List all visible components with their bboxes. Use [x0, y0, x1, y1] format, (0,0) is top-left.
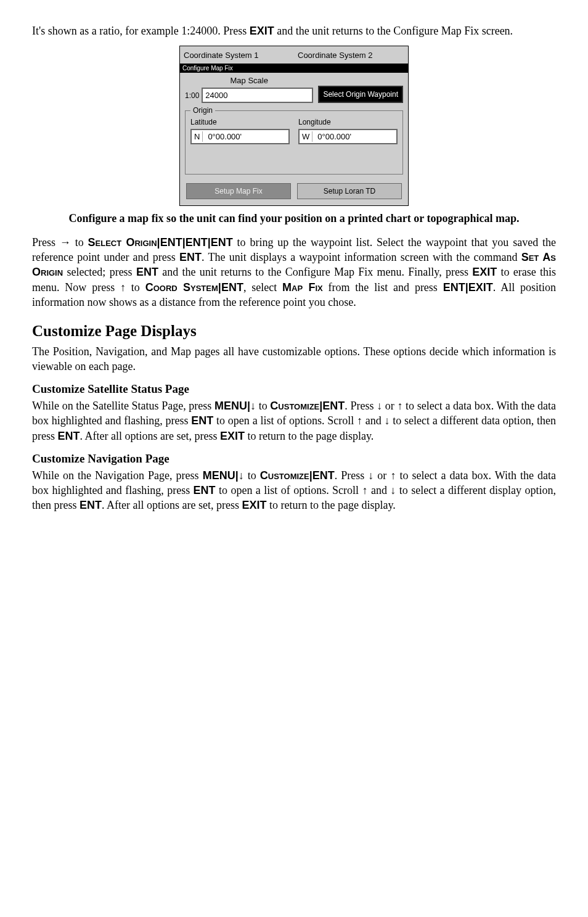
longitude-col: Longitude W 0°00.000' — [298, 117, 398, 144]
cmd-coord-system: Coord System — [145, 281, 218, 294]
key-ent-s1: ENT — [322, 400, 345, 412]
latitude-dir: N — [194, 131, 203, 142]
sat-b: to — [256, 400, 270, 412]
key-ent-5: ENT — [136, 266, 158, 278]
nav-a: While on the Navigation Page, press — [32, 469, 203, 482]
coord-system-2-col: Coordinate System 2 — [298, 49, 404, 62]
arrow-up-icon: ↑ — [120, 281, 126, 294]
setup-loran-td-button[interactable]: Setup Loran TD — [297, 183, 402, 199]
nav-d: or — [374, 469, 390, 482]
p2-e: selected; press — [63, 266, 136, 278]
arrow-down-icon-2: ↓ — [377, 400, 382, 412]
key-ent-n2: ENT — [194, 484, 216, 496]
key-ent-3: ENT — [211, 236, 233, 249]
p2-a: Press — [32, 236, 60, 249]
key-ent-4: ENT — [179, 251, 202, 263]
intro-text-b: and the unit returns to the Configure Ma… — [274, 25, 513, 37]
map-scale-ratio: 1:00 — [185, 91, 199, 101]
key-ent-1: ENT — [160, 236, 182, 249]
longitude-dir: W — [302, 131, 312, 142]
intro-text-a: It's shown as a ratio, for example 1:240… — [32, 25, 250, 37]
map-scale-left: Map Scale 1:00 24000 — [185, 75, 313, 103]
sat-c: . Press — [345, 400, 377, 412]
arrow-down-icon-5: ↓ — [368, 469, 374, 482]
arrow-right-icon: → — [60, 236, 71, 249]
key-exit: EXIT — [250, 25, 274, 37]
nav-j: to return to the page display. — [266, 499, 395, 511]
sat-f: to open a list of options. Scroll — [213, 414, 357, 427]
latitude-col: Latitude N 0°00.000' — [190, 117, 290, 144]
p2-d: . The unit displays a waypoint informati… — [202, 251, 521, 263]
key-ent-7: ENT — [443, 281, 465, 294]
arrow-down-icon-6: ↓ — [390, 484, 396, 496]
map-scale-label: Map Scale — [185, 75, 313, 88]
p2-i: , select — [243, 281, 282, 294]
key-ent-2: ENT — [186, 236, 208, 249]
heading-customize-navigation: Customize Navigation Page — [32, 451, 556, 467]
sat-a: While on the Satellite Status Page, pres… — [32, 400, 214, 412]
key-ent-s2: ENT — [191, 414, 213, 427]
sat-j: to return to the page display. — [245, 430, 374, 442]
para-customize-navigation: While on the Navigation Page, press MENU… — [32, 468, 556, 513]
p2-h: to — [126, 281, 145, 294]
coord-system-1-label: Coordinate System 1 — [184, 49, 290, 62]
sat-d: or — [382, 400, 397, 412]
key-exit-s1: EXIT — [220, 430, 245, 442]
key-ent-6: ENT — [221, 281, 243, 294]
p2-b: to — [71, 236, 88, 249]
cmd-customize-2: Customize — [260, 469, 309, 482]
heading-customize-page-displays: Customize Page Displays — [32, 321, 556, 342]
key-ent-n1: ENT — [312, 469, 335, 482]
dialog-header: Coordinate System 1 Coordinate System 2 — [180, 46, 408, 62]
map-scale-input[interactable]: 24000 — [202, 88, 313, 104]
longitude-value: 0°00.000' — [317, 131, 351, 142]
nav-g: and — [367, 484, 390, 496]
key-exit-3: EXIT — [468, 281, 493, 294]
sat-g: and — [362, 414, 385, 427]
select-origin-waypoint-button[interactable]: Select Origin Waypoint — [318, 86, 403, 103]
para-select-origin: Press → to Select Origin|ENT|ENT|ENT to … — [32, 235, 556, 310]
key-ent-n3: ENT — [80, 499, 102, 511]
arrow-up-icon-3: ↑ — [357, 414, 362, 427]
figure-wrap: Coordinate System 1 Coordinate System 2 … — [32, 46, 556, 206]
latitude-value: 0°00.000' — [208, 131, 242, 142]
heading-customize-satellite: Customize Satellite Status Page — [32, 381, 556, 397]
configure-map-fix-dialog: Coordinate System 1 Coordinate System 2 … — [179, 46, 409, 206]
dialog-button-row: Setup Map Fix Setup Loran TD — [180, 179, 408, 205]
key-menu-1: MENU — [214, 400, 247, 412]
nav-f: to open a list of options. Scroll — [216, 484, 362, 496]
arrow-down-icon-4: ↓ — [239, 469, 244, 482]
nav-b: to — [244, 469, 260, 482]
key-exit-n1: EXIT — [242, 499, 266, 511]
p2-f: and the unit returns to the Configure Ma… — [158, 266, 472, 278]
configure-map-fix-band: Configure Map Fix — [180, 64, 408, 73]
arrow-down-icon-1: ↓ — [250, 400, 256, 412]
lat-lon-row: Latitude N 0°00.000' Longitude W 0°00.00… — [190, 117, 398, 144]
nav-c: . Press — [335, 469, 369, 482]
figure-caption: Configure a map fix so the unit can find… — [57, 211, 531, 226]
coord-system-1-col: Coordinate System 1 — [184, 49, 290, 62]
setup-map-fix-button[interactable]: Setup Map Fix — [186, 183, 291, 199]
key-exit-2: EXIT — [472, 266, 497, 278]
latitude-input[interactable]: N 0°00.000' — [190, 129, 290, 145]
longitude-input[interactable]: W 0°00.000' — [298, 129, 398, 145]
key-ent-s3: ENT — [58, 430, 80, 442]
origin-group-title: Origin — [190, 105, 215, 115]
arrow-down-icon-3: ↓ — [385, 414, 390, 427]
longitude-label: Longitude — [298, 117, 398, 128]
cmd-map-fix: Map Fix — [282, 281, 323, 294]
map-scale-input-row: 1:00 24000 — [185, 88, 313, 104]
para-customize-satellite: While on the Satellite Status Page, pres… — [32, 398, 556, 443]
para-customize-intro: The Position, Navigation, and Map pages … — [32, 344, 556, 374]
cmd-customize-1: Customize — [270, 400, 319, 412]
cmd-select-origin: Select Origin — [88, 236, 157, 249]
latitude-label: Latitude — [190, 117, 290, 128]
sat-i: . After all options are set, press — [80, 430, 220, 442]
origin-group: Origin Latitude N 0°00.000' Longitude W … — [185, 110, 403, 175]
intro-paragraph: It's shown as a ratio, for example 1:240… — [32, 23, 556, 38]
key-menu-2: MENU — [203, 469, 235, 482]
coord-system-2-label: Coordinate System 2 — [298, 49, 404, 62]
p2-j: from the list and press — [323, 281, 443, 294]
nav-i: . After all options are set, press — [102, 499, 242, 511]
map-scale-row: Map Scale 1:00 24000 Select Origin Waypo… — [180, 73, 408, 108]
